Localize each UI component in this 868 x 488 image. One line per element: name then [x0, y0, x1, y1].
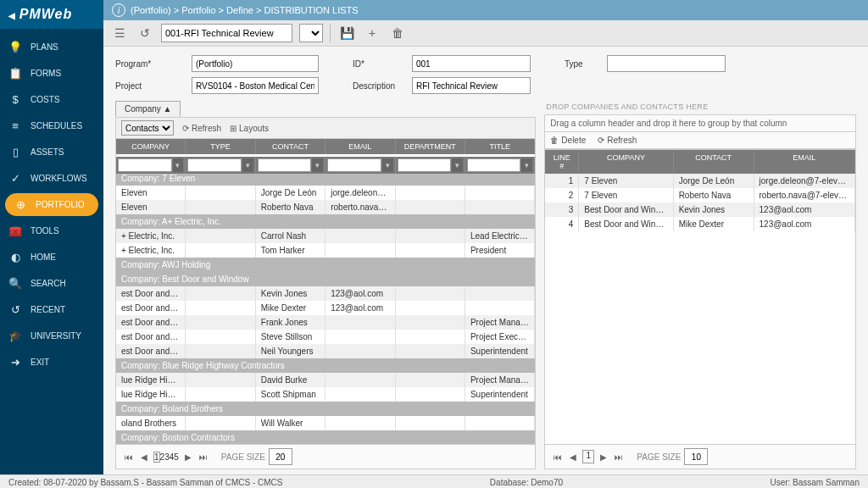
pager-prev-icon[interactable]: ◀	[567, 452, 579, 462]
column-header[interactable]: CONTACT	[256, 139, 326, 154]
status-created: Created: 08-07-2020 by Bassam.S - Bassam…	[8, 478, 282, 487]
layouts-icon: ⊞	[230, 124, 236, 133]
column-filter[interactable]	[398, 158, 452, 172]
sidebar-item-plans[interactable]: 💡PLANS	[0, 34, 103, 60]
refresh-button[interactable]: ⟳Refresh	[182, 124, 221, 133]
filter-icon[interactable]: ▾	[521, 158, 532, 172]
column-header[interactable]: CONTACT	[674, 150, 754, 174]
pager-last-icon[interactable]: ⏭	[198, 452, 209, 462]
type-label: Type	[565, 59, 598, 69]
grid-group-header[interactable]: Company: A+ Electric, Inc.	[116, 214, 535, 229]
sidebar-item-recent[interactable]: ↺RECENT	[0, 297, 103, 323]
contacts-grid[interactable]: COMPANYTYPECONTACTEMAILDEPARTMENTTITLE ▾…	[115, 139, 536, 445]
grid-row[interactable]: est Door and WindowKevin Jones123@aol.co…	[116, 286, 535, 301]
grid-row[interactable]: oland BrothersWill Walker	[116, 416, 535, 430]
grid-row[interactable]: est Door and WindowSteve StillsonProject…	[116, 330, 535, 344]
program-field[interactable]	[192, 55, 319, 72]
grid-row[interactable]: 3Best Door and WindowKevin Jones123@aol.…	[545, 202, 855, 217]
grid-row[interactable]: est Door and WindowFrank JonesProject Ma…	[116, 315, 535, 330]
drop-delete-button[interactable]: 🗑Delete	[550, 136, 586, 145]
record-selector[interactable]	[161, 24, 292, 42]
column-filter[interactable]	[118, 158, 172, 172]
add-icon[interactable]: +	[363, 24, 381, 42]
info-icon[interactable]: i	[112, 3, 125, 17]
drop-zone[interactable]: Drag a column header and drop it here to…	[544, 114, 856, 132]
column-header[interactable]: TITLE	[465, 139, 535, 154]
sidebar-item-forms[interactable]: 📋FORMS	[0, 60, 103, 86]
filter-icon[interactable]: ▾	[312, 158, 323, 172]
type-field[interactable]	[607, 55, 726, 72]
sidebar-item-schedules[interactable]: ≡SCHEDULES	[0, 113, 103, 139]
grid-row[interactable]: 27 ElevenRoberto Navaroberto.nava@7-elev…	[545, 188, 855, 202]
column-header[interactable]: EMAIL	[754, 150, 855, 174]
pager-page[interactable]: 5	[174, 452, 179, 462]
pager-first-icon[interactable]: ⏮	[123, 452, 135, 462]
pager-next-icon[interactable]: ▶	[598, 452, 609, 462]
id-field[interactable]	[412, 55, 531, 72]
project-field[interactable]	[192, 77, 319, 94]
grid-group-header[interactable]: Company: AWJ Holding	[116, 258, 535, 272]
drop-grid[interactable]: LINE #COMPANYCONTACTEMAIL 17 ElevenJorge…	[544, 149, 856, 445]
pager-last-icon[interactable]: ⏭	[613, 452, 625, 462]
grid-row[interactable]: lue Ridge Highway CoDavid BurkeProject M…	[116, 373, 535, 387]
pager-page[interactable]: 1	[582, 450, 594, 463]
grid-row[interactable]: 4Best Door and WindowMike Dexter123@aol.…	[545, 217, 855, 231]
sidebar-item-search[interactable]: 🔍SEARCH	[0, 270, 103, 297]
sidebar-item-exit[interactable]: ➜EXIT	[0, 349, 103, 375]
column-filter[interactable]	[258, 158, 312, 172]
grid-row[interactable]: est Door and WindowMike Dexter123@aol.co…	[116, 301, 535, 315]
tab-company[interactable]: Company ▲	[115, 101, 181, 117]
grid-group-header[interactable]: Company: Boston Contractors	[116, 430, 535, 445]
column-header[interactable]: DEPARTMENT	[396, 139, 465, 154]
grid-group-header[interactable]: Company: Blue Ridge Highway Contractors	[116, 358, 535, 373]
drop-refresh-button[interactable]: ⟳Refresh	[598, 136, 637, 145]
nav-label: HOME	[31, 252, 56, 262]
form-area: Program* Project ID* Description	[103, 47, 868, 101]
sidebar-item-portfolio[interactable]: ⊕PORTFOLIO	[5, 193, 98, 216]
grid-row[interactable]: 17 ElevenJorge De Leónjorge.deleon@7-ele…	[545, 174, 855, 188]
filter-icon[interactable]: ▾	[242, 158, 253, 172]
column-header[interactable]: LINE #	[545, 150, 579, 174]
filter-icon[interactable]: ▾	[452, 158, 463, 172]
column-filter[interactable]	[187, 158, 242, 172]
grid-row[interactable]: lue Ridge Highway CoScott ShipmanSuperin…	[116, 387, 535, 402]
nav-icon: 🔍	[8, 277, 22, 290]
pager-prev-icon[interactable]: ◀	[138, 452, 150, 462]
delete-icon[interactable]: 🗑	[388, 24, 407, 42]
grid-group-header[interactable]: Company: Boland Brothers	[116, 402, 535, 416]
sidebar-item-tools[interactable]: 🧰TOOLS	[0, 218, 103, 244]
pager-next-icon[interactable]: ▶	[182, 452, 194, 462]
column-header[interactable]: EMAIL	[326, 139, 395, 154]
contacts-selector[interactable]: Contacts	[121, 120, 174, 136]
history-icon[interactable]: ↺	[136, 24, 154, 42]
grid-row[interactable]: est Door and WindowNeil YoungersSuperint…	[116, 344, 535, 358]
page-size-input[interactable]	[684, 448, 708, 465]
save-icon[interactable]: 💾	[337, 24, 356, 42]
sidebar-item-workflows[interactable]: ✓WORKFLOWS	[0, 165, 103, 191]
filter-icon[interactable]: ▾	[382, 158, 393, 172]
sidebar-item-home[interactable]: ◐HOME	[0, 244, 103, 270]
record-dropdown[interactable]	[299, 24, 323, 42]
grid-row[interactable]: + Electric, Inc.Carrol NashLead Electric…	[116, 229, 535, 243]
description-field[interactable]	[412, 77, 531, 94]
sidebar-item-costs[interactable]: $COSTS	[0, 86, 103, 113]
sidebar-item-university[interactable]: 🎓UNIVERSITY	[0, 323, 103, 349]
grid-group-header[interactable]: Company: Best Door and Window	[116, 272, 535, 286]
sidebar-item-assets[interactable]: ▯ASSETS	[0, 139, 103, 165]
nav-label: UNIVERSITY	[31, 331, 81, 341]
layouts-button[interactable]: ⊞Layouts	[230, 124, 269, 133]
pager-page[interactable]: 1	[153, 452, 160, 463]
pager-first-icon[interactable]: ⏮	[552, 452, 564, 462]
column-filter[interactable]	[327, 158, 381, 172]
column-header[interactable]: COMPANY	[116, 139, 186, 154]
list-icon[interactable]: ☰	[110, 24, 129, 42]
grid-row[interactable]: ElevenJorge De Leónjorge.deleon@7-eleven	[116, 186, 535, 200]
grid-row[interactable]: ElevenRoberto Navaroberto.nava@7-eleven	[116, 200, 535, 214]
page-size-input[interactable]	[269, 448, 292, 465]
column-header[interactable]: COMPANY	[579, 150, 673, 174]
column-filter[interactable]	[467, 158, 521, 172]
breadcrumb-text: (Portfolio) > Portfolio > Define > DISTR…	[131, 5, 359, 15]
column-header[interactable]: TYPE	[186, 139, 255, 154]
filter-icon[interactable]: ▾	[173, 158, 184, 172]
grid-row[interactable]: + Electric, Inc.Tom HarkerPresident	[116, 243, 535, 258]
